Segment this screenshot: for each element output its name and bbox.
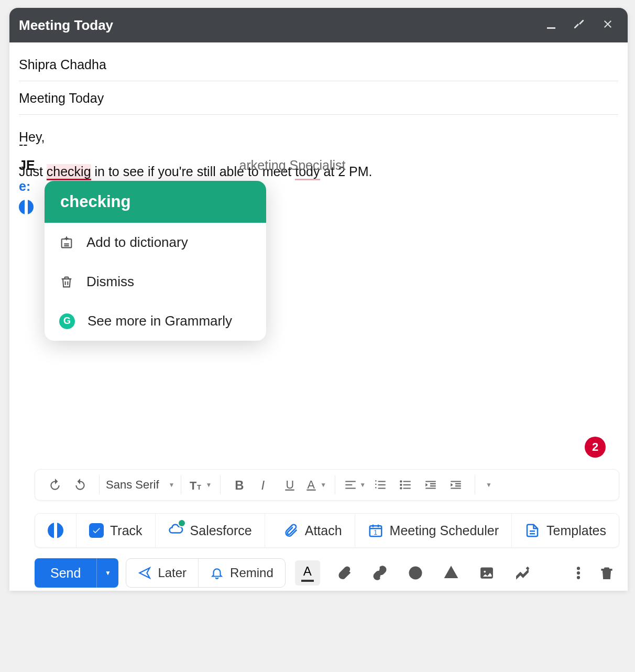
align-button[interactable]: ▼ bbox=[344, 474, 366, 495]
indent-increase-button[interactable] bbox=[445, 474, 466, 495]
document-icon bbox=[524, 523, 540, 538]
svg-point-26 bbox=[417, 571, 418, 572]
calendar-icon: 1 bbox=[368, 523, 384, 538]
grammarly-suggestion[interactable]: checking bbox=[45, 181, 266, 223]
bell-icon bbox=[210, 566, 224, 580]
svg-point-31 bbox=[577, 576, 580, 579]
subject-field[interactable]: Meeting Today bbox=[19, 81, 618, 115]
window-titlebar: Meeting Today bbox=[9, 8, 628, 42]
templates-item[interactable]: Templates bbox=[512, 514, 619, 547]
send-dropdown-button[interactable]: ▼ bbox=[96, 558, 118, 588]
grammarly-icon: G bbox=[59, 313, 75, 329]
svg-point-15 bbox=[400, 484, 402, 486]
svg-rect-11 bbox=[286, 490, 294, 491]
salesforce-item[interactable]: Salesforce bbox=[156, 514, 265, 547]
add-to-dictionary-item[interactable]: Add to dictionary bbox=[45, 223, 266, 262]
track-toggle[interactable]: Track bbox=[76, 514, 156, 547]
svg-point-29 bbox=[577, 567, 580, 570]
svg-text:I: I bbox=[261, 478, 265, 492]
svg-text:1: 1 bbox=[374, 529, 377, 536]
bold-button[interactable]: B bbox=[229, 474, 250, 495]
send-split-button: Send ▼ bbox=[35, 558, 118, 588]
grammarly-error-count-badge[interactable]: 2 bbox=[585, 437, 606, 458]
send-button[interactable]: Send bbox=[35, 558, 96, 588]
see-more-item[interactable]: G See more in Grammarly bbox=[45, 301, 266, 341]
indent-decrease-button[interactable] bbox=[420, 474, 441, 495]
svg-rect-0 bbox=[547, 27, 555, 29]
action-bar: Send ▼ Later Remind A bbox=[35, 557, 619, 589]
svg-text:A: A bbox=[308, 478, 315, 491]
confidential-mode-button[interactable] bbox=[514, 565, 531, 581]
font-family-label: Sans Serif bbox=[106, 478, 159, 492]
svg-point-14 bbox=[400, 480, 402, 482]
bulleted-list-button[interactable] bbox=[395, 474, 416, 495]
track-label: Track bbox=[110, 523, 143, 538]
dismiss-item[interactable]: Dismiss bbox=[45, 262, 266, 301]
close-icon[interactable] bbox=[601, 18, 614, 32]
meeting-scheduler-label: Meeting Scheduler bbox=[390, 523, 499, 538]
insert-link-button[interactable] bbox=[371, 565, 388, 581]
check-badge-icon bbox=[178, 519, 186, 527]
attach-file-button[interactable] bbox=[336, 565, 353, 581]
signature-email-label: e: bbox=[19, 179, 30, 193]
see-more-label: See more in Grammarly bbox=[87, 313, 232, 329]
compose-window: Meeting Today Shipra Chadha Meeting Toda… bbox=[9, 8, 628, 591]
text-color-button[interactable]: A ▼ bbox=[304, 474, 326, 495]
grammarly-popup: checking Add to dictionary Dismiss G See… bbox=[45, 181, 266, 341]
svg-text:T: T bbox=[197, 483, 201, 491]
templates-label: Templates bbox=[546, 523, 606, 538]
schedule-chip-bar: Later Remind bbox=[126, 558, 285, 588]
extension-toolbar: Track Salesforce Attach 1 Meeting Schedu… bbox=[35, 513, 619, 548]
to-field[interactable]: Shipra Chadha bbox=[19, 48, 618, 81]
formatting-toolbar: Sans Serif ▼ TT ▼ B I U A ▼ ▼ bbox=[35, 469, 619, 501]
minimize-icon[interactable] bbox=[545, 18, 557, 32]
numbered-list-button[interactable] bbox=[370, 474, 391, 495]
chevron-down-icon: ▼ bbox=[205, 481, 212, 489]
insert-photo-button[interactable] bbox=[478, 565, 495, 581]
svg-point-24 bbox=[410, 567, 422, 579]
attach-label: Attach bbox=[305, 523, 342, 538]
signature-role-partial: arketing Specialist bbox=[239, 155, 346, 176]
chevron-down-icon: ▼ bbox=[486, 481, 492, 489]
send-later-icon bbox=[138, 566, 151, 580]
svg-text:U: U bbox=[286, 478, 294, 491]
chevron-down-icon: ▼ bbox=[320, 481, 326, 489]
letter-a-icon: A bbox=[303, 564, 312, 579]
dictionary-icon bbox=[59, 235, 74, 250]
meeting-scheduler-item[interactable]: 1 Meeting Scheduler bbox=[355, 514, 512, 547]
svg-rect-13 bbox=[307, 490, 316, 491]
trash-icon bbox=[59, 275, 74, 289]
remind-button[interactable]: Remind bbox=[198, 559, 285, 587]
attach-item[interactable]: Attach bbox=[270, 514, 355, 547]
signature-logo-icon bbox=[19, 200, 34, 214]
svg-point-25 bbox=[413, 571, 414, 572]
checkbox-checked-icon bbox=[89, 523, 104, 538]
more-options-button[interactable] bbox=[570, 565, 587, 581]
signature-separator: -- bbox=[19, 134, 345, 155]
signature-name-partial: JE bbox=[19, 155, 35, 176]
font-size-button[interactable]: TT ▼ bbox=[190, 474, 212, 495]
salesforce-label: Salesforce bbox=[190, 523, 252, 538]
chevron-down-icon: ▼ bbox=[169, 481, 175, 489]
svg-point-28 bbox=[484, 570, 486, 573]
italic-button[interactable]: I bbox=[254, 474, 275, 495]
expand-icon[interactable] bbox=[573, 18, 586, 32]
discard-draft-button[interactable] bbox=[598, 565, 615, 581]
redo-button[interactable] bbox=[70, 474, 91, 495]
window-title: Meeting Today bbox=[19, 17, 545, 34]
svg-text:T: T bbox=[190, 479, 196, 492]
more-formatting-button[interactable]: ▼ bbox=[478, 474, 499, 495]
drive-button[interactable] bbox=[443, 565, 459, 581]
svg-text:B: B bbox=[235, 478, 244, 492]
header-fields: Shipra Chadha Meeting Today bbox=[9, 42, 628, 115]
later-button[interactable]: Later bbox=[126, 559, 198, 587]
undo-button[interactable] bbox=[45, 474, 65, 495]
chevron-down-icon: ▼ bbox=[359, 481, 366, 489]
yesware-logo-icon bbox=[48, 523, 63, 538]
insert-emoji-button[interactable] bbox=[407, 565, 424, 581]
underline-button[interactable]: U bbox=[279, 474, 300, 495]
text-format-toggle-button[interactable]: A bbox=[295, 560, 320, 586]
font-family-select[interactable]: Sans Serif ▼ bbox=[103, 478, 178, 492]
yesware-logo-item[interactable] bbox=[35, 514, 76, 547]
dismiss-label: Dismiss bbox=[86, 274, 134, 290]
